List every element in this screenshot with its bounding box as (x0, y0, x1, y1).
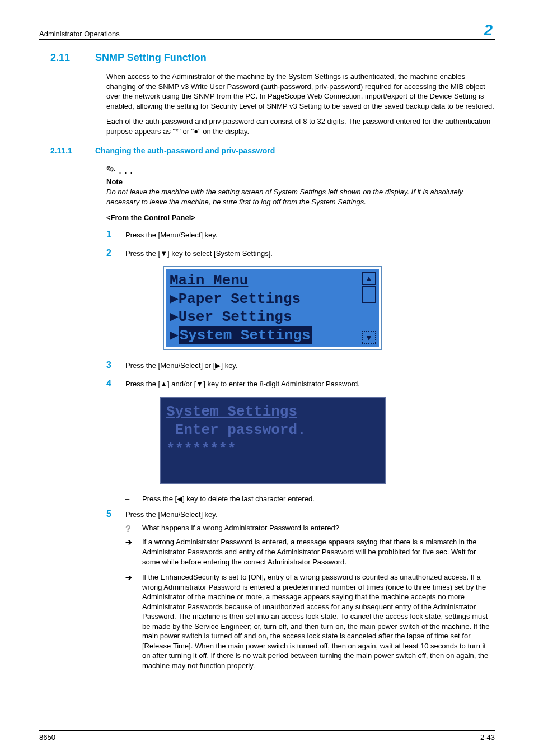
intro-paragraph-2: Each of the auth-password and priv-passw… (106, 116, 495, 136)
page-header: Administrator Operations 2 (39, 22, 495, 40)
step-1: 1 Press the [Menu/Select] key. (106, 230, 495, 240)
step-5-answer-1: ➔ If a wrong Administrator Password is e… (125, 537, 495, 567)
note-icon: ✎ . . . (106, 163, 495, 176)
step-number: 3 (106, 360, 125, 370)
section-title: SNMP Setting Function (95, 52, 207, 63)
step-text: Press the [Menu/Select] key. (125, 230, 495, 240)
answer-text: If a wrong Administrator Password is ent… (142, 537, 495, 567)
footer-page: 2-43 (480, 733, 495, 741)
scroll-thumb (362, 286, 376, 303)
lcd-scrollbar: ▲ ▼ (362, 272, 377, 344)
step-number: 1 (106, 230, 125, 240)
header-section: Administrator Operations (39, 30, 120, 38)
lcd-menu-item: ▶User Settings (170, 308, 357, 326)
chapter-number: 2 (481, 22, 495, 38)
step-5-question: ? What happens if a wrong Administrator … (125, 523, 495, 535)
step-number: 4 (106, 379, 125, 389)
step-number: 5 (106, 509, 125, 519)
note-text: Do not leave the machine with the settin… (106, 187, 495, 207)
section-heading: 2.11SNMP Setting Function (50, 52, 495, 64)
arrow-icon: ➔ (125, 537, 142, 567)
step-text: Press the [▼] key to select [System Sett… (125, 249, 495, 259)
subsection-number: 2.11.1 (50, 146, 95, 155)
lcd-title: System Settings (166, 403, 379, 422)
scroll-up-icon: ▲ (362, 272, 376, 285)
lcd-prompt: Enter password. (166, 421, 379, 440)
lcd-menu-item-selected: System Settings (179, 326, 312, 345)
lcd-menu-item: ▶Paper Settings (170, 290, 357, 309)
step-5: 5 Press the [Menu/Select] key. (106, 509, 495, 520)
lcd-title: Main Menu (170, 272, 357, 290)
scroll-down-icon: ▼ (362, 331, 376, 344)
step-3: 3 Press the [Menu/Select] or [▶] key. (106, 360, 495, 371)
question-text: What happens if a wrong Administrator Pa… (142, 523, 495, 535)
answer-text: If the EnhancedSecurity is set to [ON], … (142, 572, 495, 670)
dash-marker: – (125, 494, 142, 504)
step-text: Press the [Menu/Select] or [▶] key. (125, 361, 495, 371)
footer-model: 8650 (39, 733, 55, 741)
substep-text: Press the [◀] key to delete the last cha… (142, 494, 495, 504)
step-4-substep: – Press the [◀] key to delete the last c… (125, 494, 495, 504)
step-number: 2 (106, 248, 125, 258)
lcd-screen-system-settings: System Settings Enter password. ******** (160, 397, 386, 484)
step-text: Press the [▲] and/or [▼] key to enter th… (125, 379, 495, 389)
subsection-title: Changing the auth-password and priv-pass… (95, 146, 275, 155)
lcd-menu-cursor: ▶ (170, 327, 179, 344)
note-label: Note (106, 178, 495, 186)
question-icon: ? (125, 523, 142, 535)
procedure-subhead: <From the Control Panel> (106, 213, 495, 222)
step-4: 4 Press the [▲] and/or [▼] key to enter … (106, 379, 495, 389)
lcd-password-mask: ******** (166, 440, 379, 459)
step-5-answer-2: ➔ If the EnhancedSecurity is set to [ON]… (125, 572, 495, 670)
subsection-heading: 2.11.1Changing the auth-password and pri… (50, 146, 495, 155)
page-footer: 8650 2-43 (39, 730, 495, 741)
step-2: 2 Press the [▼] key to select [System Se… (106, 248, 495, 259)
step-text: Press the [Menu/Select] key. (125, 510, 495, 520)
lcd-screen-main-menu: Main Menu ▶Paper Settings ▶User Settings… (163, 266, 382, 350)
arrow-icon: ➔ (125, 572, 142, 670)
intro-paragraph-1: When access to the Administrator of the … (106, 72, 495, 111)
section-number: 2.11 (50, 52, 95, 64)
